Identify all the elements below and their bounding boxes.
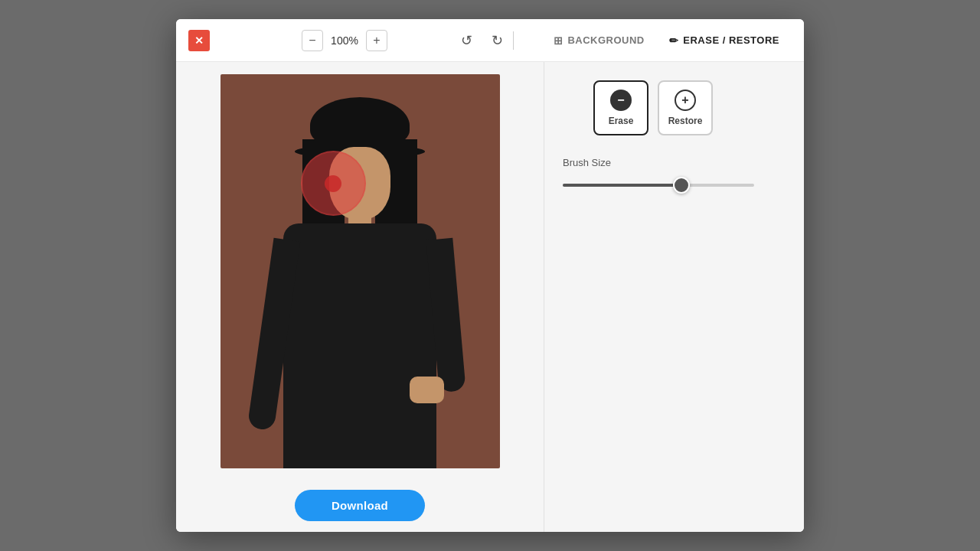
erase-tool-button[interactable]: − Erase [593, 80, 648, 135]
toolbar: ✕ − 100% + ↺ ↻ ⊞ BACKGROUND [176, 19, 804, 62]
close-icon: ✕ [194, 34, 204, 47]
zoom-minus-icon: − [309, 34, 315, 47]
brush-size-label: Brush Size [563, 157, 754, 168]
modal: ✕ − 100% + ↺ ↻ ⊞ BACKGROUND [176, 19, 804, 532]
undo-button[interactable]: ↺ [455, 28, 479, 53]
restore-plus-icon: + [681, 93, 688, 107]
restore-tool-icon: + [675, 90, 696, 111]
tab-erase-label: ERASE / RESTORE [683, 34, 779, 46]
erase-tool-label: Erase [609, 116, 634, 126]
body [283, 223, 436, 468]
image-canvas[interactable] [220, 74, 500, 468]
erase-tool-icon: − [610, 90, 632, 111]
close-button[interactable]: ✕ [188, 30, 210, 51]
brush-cursor-inner [325, 175, 341, 192]
erase-minus-icon: − [617, 93, 624, 107]
redo-button[interactable]: ↻ [485, 28, 510, 53]
restore-tool-button[interactable]: + Restore [658, 80, 713, 135]
slider-thumb[interactable] [673, 177, 690, 194]
side-panel: − Erase + Restore Brush Size [544, 62, 804, 532]
toolbar-separator [513, 31, 514, 50]
restore-tool-label: Restore [668, 116, 703, 126]
slider-track [563, 184, 754, 187]
zoom-plus-icon: + [373, 34, 380, 47]
zoom-out-button[interactable]: − [302, 30, 323, 51]
brush-cursor [301, 151, 366, 216]
tab-erase-restore[interactable]: ✏ ERASE / RESTORE [657, 30, 792, 51]
tool-buttons: − Erase + Restore [593, 80, 713, 135]
image-background [220, 74, 500, 468]
history-controls: ↺ ↻ [455, 28, 510, 53]
figure [253, 86, 467, 468]
download-area: Download [188, 481, 531, 532]
tab-background-label: BACKGROUND [567, 34, 644, 46]
erase-tab-icon: ✏ [669, 34, 679, 47]
zoom-level-display: 100% [329, 34, 360, 47]
redo-icon: ↻ [492, 32, 503, 49]
content-area: Download − Erase + Restore [176, 62, 804, 532]
undo-icon: ↺ [461, 32, 472, 49]
slider-fill [563, 184, 681, 187]
hand-right [410, 377, 444, 403]
download-button[interactable]: Download [295, 490, 425, 521]
canvas-panel: Download [176, 62, 544, 532]
brush-size-section: Brush Size [563, 157, 754, 193]
brush-size-slider-container [563, 178, 754, 193]
zoom-in-button[interactable]: + [366, 30, 387, 51]
background-icon: ⊞ [554, 34, 564, 47]
tab-background[interactable]: ⊞ BACKGROUND [541, 30, 657, 51]
tab-group: ⊞ BACKGROUND ✏ ERASE / RESTORE [541, 30, 792, 51]
download-label: Download [332, 499, 388, 512]
zoom-controls: − 100% + [302, 30, 387, 51]
